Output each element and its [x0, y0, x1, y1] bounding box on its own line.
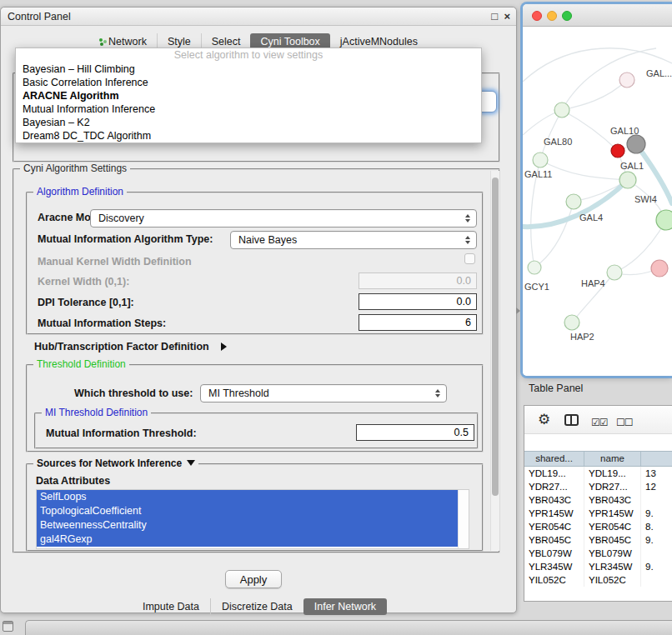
- attribute-item[interactable]: TopologicalCoefficient: [37, 504, 458, 518]
- apply-button[interactable]: Apply: [225, 570, 282, 588]
- table-column-header[interactable]: shared...: [524, 452, 584, 466]
- table-column-header[interactable]: name: [584, 452, 641, 466]
- panel-splitter-arrow[interactable]: [516, 308, 520, 314]
- zoom-traffic-light[interactable]: [562, 11, 572, 21]
- algorithm-option[interactable]: ARACNE Algorithm: [16, 89, 481, 102]
- mi-threshold-label: Mutual Information Threshold:: [46, 426, 197, 441]
- bottom-tab-infer-network[interactable]: Infer Network: [303, 598, 387, 615]
- bottom-tab-discretize-data[interactable]: Discretize Data: [210, 598, 303, 615]
- sources-group-title[interactable]: Sources for Network Inference: [33, 458, 198, 469]
- node-label: HAP4: [581, 278, 605, 288]
- table-cell: YDL19...: [524, 467, 584, 480]
- hub-definition-label: Hub/Transcription Factor Definition: [34, 341, 209, 352]
- table-row[interactable]: YDL19...YDL19...13: [524, 467, 672, 480]
- kernel-width-field[interactable]: [359, 272, 477, 289]
- algorithm-dropdown-popup: Select algorithm to view settings Bayesi…: [15, 48, 482, 143]
- table-cell: YLR345W: [524, 560, 584, 573]
- dropdown-placeholder-item[interactable]: Select algorithm to view settings: [16, 48, 481, 62]
- settings-scrollbar-thumb[interactable]: [492, 178, 499, 496]
- tab-label: Cyni Toolbox: [260, 36, 319, 48]
- stepper-arrows-icon: [461, 236, 474, 244]
- network-window-titlebar[interactable]: [523, 4, 672, 27]
- table-column-header[interactable]: [641, 452, 672, 466]
- table-cell: 12: [641, 480, 672, 493]
- algorithm-option[interactable]: Bayesian – Hill Climbing: [16, 62, 481, 76]
- table-row[interactable]: YIL052CYIL052C: [524, 573, 672, 587]
- table-row[interactable]: YBR045CYBR045C9.: [524, 533, 672, 547]
- stepper-arrows-icon: [461, 214, 474, 222]
- gear-icon[interactable]: ⚙: [538, 412, 550, 428]
- table-row[interactable]: YBR043CYBR043C: [524, 493, 672, 507]
- mi-steps-field[interactable]: [359, 314, 477, 331]
- expanded-arrow-icon[interactable]: [187, 460, 195, 466]
- table-toolbar: ⚙ ☑☑ ☐☐: [524, 406, 672, 434]
- dpi-tolerance-field[interactable]: [359, 293, 477, 310]
- mi-threshold-field[interactable]: [356, 424, 474, 441]
- network-node[interactable]: [627, 135, 645, 153]
- node-label: GCY1: [524, 282, 549, 292]
- mi-type-select[interactable]: Naive Bayes: [230, 231, 477, 249]
- attribute-item[interactable]: gal4RGexp: [37, 532, 458, 547]
- algorithm-option[interactable]: Basic Correlation Inference: [16, 76, 481, 89]
- close-window-icon[interactable]: ×: [504, 8, 510, 26]
- tab-label: Style: [168, 36, 191, 48]
- manual-kernel-checkbox[interactable]: [464, 253, 475, 264]
- table-cell: YLR345W: [584, 560, 641, 573]
- table-row[interactable]: YDR27...YDR27...12: [524, 480, 672, 493]
- table-cell: YPR145W: [584, 507, 641, 520]
- network-node[interactable]: [564, 315, 579, 330]
- table-cell: YER054C: [524, 520, 584, 533]
- hub-definition-expander[interactable]: Hub/Transcription Factor Definition: [34, 338, 227, 355]
- mi-steps-label: Mutual Information Steps:: [38, 316, 166, 331]
- data-attributes-list[interactable]: SelfLoopsTopologicalCoefficientBetweenne…: [36, 489, 469, 549]
- algorithm-option[interactable]: Dream8 DC_TDC Algorithm: [16, 129, 481, 142]
- minimize-traffic-light[interactable]: [547, 11, 557, 21]
- network-node[interactable]: [528, 261, 541, 274]
- window-title: Control Panel: [8, 8, 71, 26]
- network-node[interactable]: [611, 144, 624, 158]
- network-node[interactable]: [607, 265, 622, 280]
- select-all-checkboxes-icon[interactable]: ☑☑: [591, 414, 608, 431]
- float-window-icon[interactable]: □: [491, 8, 498, 26]
- network-edge: [562, 48, 656, 110]
- network-node[interactable]: [651, 260, 668, 277]
- network-canvas[interactable]: GAL...GAL80GAL10GAL11GAL1SWI4GAL4GCY1HAP…: [523, 27, 672, 376]
- collapsed-arrow-icon[interactable]: [221, 342, 227, 351]
- columns-icon[interactable]: [564, 414, 579, 426]
- settings-group-title: Cyni Algorithm Settings: [20, 162, 130, 174]
- attribute-item[interactable]: SelfLoops: [37, 490, 458, 504]
- which-threshold-select[interactable]: MI Threshold: [200, 384, 447, 402]
- aracne-mode-select[interactable]: Discovery: [90, 209, 477, 228]
- table-cell: [641, 573, 672, 587]
- network-node[interactable]: [619, 172, 636, 188]
- network-node[interactable]: [619, 72, 634, 88]
- clear-checkboxes-icon[interactable]: ☐☐: [616, 414, 633, 431]
- table-row[interactable]: YPR145WYPR145W9.: [524, 507, 672, 520]
- network-node[interactable]: [554, 102, 569, 118]
- table-cell: 8.: [641, 520, 672, 533]
- control-panel-titlebar[interactable]: Control Panel □ ×: [1, 8, 516, 26]
- settings-scrollbar-track[interactable]: [490, 171, 499, 551]
- table-cell: 13: [641, 467, 672, 480]
- network-node[interactable]: [656, 210, 672, 230]
- algorithm-option[interactable]: Bayesian – K2: [16, 116, 481, 129]
- table-cell: [641, 547, 672, 560]
- bottom-tab-impute-data[interactable]: Impute Data: [132, 598, 210, 615]
- table-cell: 9.: [641, 560, 672, 573]
- which-threshold-value: MI Threshold: [201, 388, 431, 399]
- network-edge: [540, 160, 628, 180]
- network-edge: [534, 202, 574, 268]
- network-node[interactable]: [533, 152, 548, 168]
- network-node[interactable]: [566, 194, 581, 209]
- attribute-item[interactable]: BetweennessCentrality: [37, 518, 458, 532]
- algorithm-option[interactable]: Mutual Information Inference: [16, 102, 481, 116]
- table-cell: YDR27...: [584, 480, 641, 493]
- threshold-definition-title: Threshold Definition: [33, 358, 129, 370]
- attributes-scrollbar-track[interactable]: [458, 490, 469, 548]
- table-row[interactable]: YLR345WYLR345W9.: [524, 560, 672, 573]
- minimized-panel-icon[interactable]: [3, 621, 13, 632]
- table-row[interactable]: YER054CYER054C8.: [524, 520, 672, 533]
- node-label: GAL4: [579, 212, 603, 222]
- close-traffic-light[interactable]: [532, 11, 542, 21]
- table-row[interactable]: YBL079WYBL079W: [524, 547, 672, 560]
